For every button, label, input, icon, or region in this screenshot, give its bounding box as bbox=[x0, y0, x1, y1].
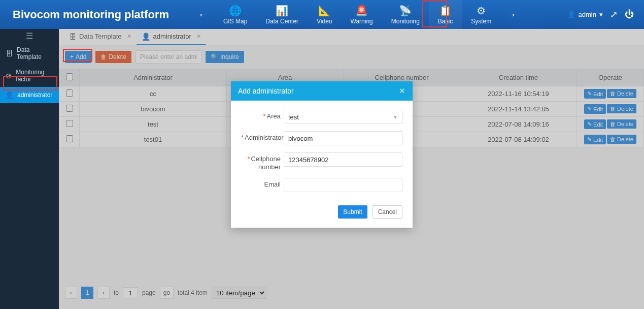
dialog-title: Add administrator bbox=[238, 87, 294, 95]
dialog-footer: Submit Cancel bbox=[231, 201, 413, 228]
clipboard-icon: 📋 bbox=[439, 5, 452, 17]
sidebar-item-administrator[interactable]: 👤administrator bbox=[0, 87, 59, 103]
nav-data-center[interactable]: 📊Data Center bbox=[256, 0, 308, 29]
video-icon: 📐 bbox=[318, 5, 331, 17]
email-input[interactable] bbox=[284, 178, 402, 192]
nav-warning[interactable]: 🚨Warning bbox=[342, 0, 382, 29]
user-icon: 👤 bbox=[567, 11, 575, 18]
add-administrator-dialog: Add administrator ✕ Area test▼ Administr… bbox=[231, 81, 413, 228]
sidebar-item-data-template[interactable]: 🗄Data Template bbox=[0, 42, 59, 65]
user-menu[interactable]: 👤 admin ▾ bbox=[567, 11, 603, 18]
nav-prev-icon[interactable]: ← bbox=[193, 8, 214, 21]
globe-icon: 🌐 bbox=[229, 5, 242, 17]
app-title: Bivocom monitoring platform bbox=[0, 8, 193, 21]
dialog-header: Add administrator ✕ bbox=[231, 81, 413, 101]
label-cellphone: Cellphone number bbox=[241, 152, 284, 171]
label-administrator: Administrator bbox=[241, 131, 284, 142]
close-icon[interactable]: ✕ bbox=[399, 86, 405, 96]
header-right: 👤 admin ▾ ⤢ ⏻ bbox=[567, 9, 644, 20]
submit-button[interactable]: Submit bbox=[338, 205, 367, 219]
expand-icon[interactable]: ⤢ bbox=[610, 9, 618, 20]
sidebar: ☰ 🗄Data Template ⊘Monitoring factor 👤adm… bbox=[0, 29, 59, 309]
area-select[interactable]: test▼ bbox=[284, 110, 402, 124]
top-nav: 🌐GIS Map 📊Data Center 📐Video 🚨Warning 📡M… bbox=[214, 0, 500, 29]
cancel-button[interactable]: Cancel bbox=[372, 205, 402, 219]
user-icon: 👤 bbox=[5, 91, 13, 99]
chart-icon: 📊 bbox=[276, 5, 288, 17]
label-area: Area bbox=[241, 110, 284, 120]
nav-video[interactable]: 📐Video bbox=[308, 0, 341, 29]
chevron-down-icon: ▾ bbox=[599, 11, 603, 18]
satellite-icon: 📡 bbox=[399, 5, 412, 17]
cellphone-input[interactable] bbox=[284, 152, 402, 167]
app-header: Bivocom monitoring platform ← 🌐GIS Map 📊… bbox=[0, 0, 644, 29]
nav-gis-map[interactable]: 🌐GIS Map bbox=[214, 0, 256, 29]
chevron-down-icon: ▼ bbox=[393, 114, 398, 120]
nav-system[interactable]: ⚙System bbox=[462, 0, 500, 29]
sidebar-item-monitoring-factor[interactable]: ⊘Monitoring factor bbox=[0, 65, 59, 87]
alarm-icon: 🚨 bbox=[355, 5, 368, 17]
administrator-input[interactable] bbox=[284, 131, 402, 145]
nav-next-icon[interactable]: → bbox=[500, 8, 522, 21]
nav-basic[interactable]: 📋Basic bbox=[429, 0, 462, 29]
label-email: Email bbox=[241, 178, 284, 189]
sidebar-toggle[interactable]: ☰ bbox=[0, 29, 59, 42]
dialog-body: Area test▼ Administrator Cellphone numbe… bbox=[231, 101, 413, 201]
nav-monitoring[interactable]: 📡Monitoring bbox=[382, 0, 429, 29]
database-icon: 🗄 bbox=[5, 49, 13, 57]
ban-icon: ⊘ bbox=[5, 72, 12, 80]
power-icon[interactable]: ⏻ bbox=[625, 9, 634, 20]
gear-icon: ⚙ bbox=[477, 5, 486, 17]
